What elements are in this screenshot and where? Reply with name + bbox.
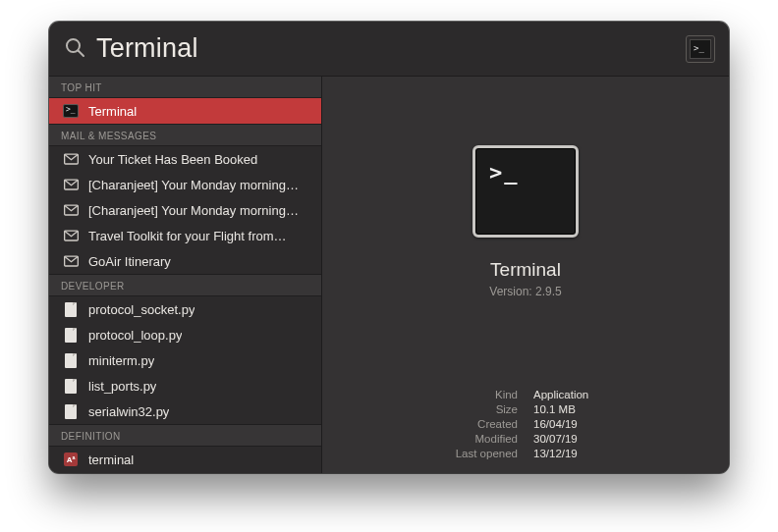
spotlight-body: TOP HIT >_ Terminal MAIL & MESSAGES Your… xyxy=(49,77,729,473)
search-icon xyxy=(63,35,86,63)
result-label: protocol_loop.py xyxy=(88,328,182,343)
preview-metadata: KindApplication Size10.1 MB Created16/04… xyxy=(322,389,729,459)
result-label: miniterm.py xyxy=(88,353,154,368)
mail-icon xyxy=(63,202,79,218)
meta-val-created: 16/04/19 xyxy=(533,418,707,430)
terminal-icon: >_ xyxy=(63,103,79,119)
meta-val-modified: 30/07/19 xyxy=(533,433,707,445)
result-label: protocol_socket.py xyxy=(88,302,194,317)
result-mail-item[interactable]: [Charanjeet] Your Monday morning… xyxy=(49,197,321,223)
section-header-top-hit: TOP HIT xyxy=(49,77,321,98)
result-mail-item[interactable]: [Charanjeet] Your Monday morning… xyxy=(49,172,321,197)
document-icon xyxy=(63,403,79,419)
mail-icon xyxy=(63,228,79,243)
results-list: TOP HIT >_ Terminal MAIL & MESSAGES Your… xyxy=(49,77,322,473)
svg-line-1 xyxy=(79,50,84,56)
document-icon xyxy=(63,301,79,317)
preview-app-name: Terminal xyxy=(490,259,561,281)
terminal-app-icon: >_ xyxy=(472,145,579,238)
mail-icon xyxy=(63,253,79,269)
meta-val-kind: Application xyxy=(533,389,707,400)
mail-icon xyxy=(63,177,79,192)
result-label: list_ports.py xyxy=(88,379,156,394)
result-label: [Charanjeet] Your Monday morning… xyxy=(88,178,299,192)
preview-panel: >_ Terminal Version: 2.9.5 KindApplicati… xyxy=(322,77,729,473)
result-developer-item[interactable]: list_ports.py xyxy=(49,373,321,399)
result-label: terminal xyxy=(88,452,134,467)
result-label: Terminal xyxy=(88,104,137,119)
result-definition-item[interactable]: Aª terminal xyxy=(49,447,321,472)
meta-key-opened: Last opened xyxy=(344,448,518,459)
result-label: Your Ticket Has Been Booked xyxy=(88,152,257,167)
meta-key-size: Size xyxy=(344,403,518,415)
document-icon xyxy=(63,327,79,343)
result-mail-item[interactable]: Your Ticket Has Been Booked xyxy=(49,146,321,172)
result-developer-item[interactable]: protocol_socket.py xyxy=(49,296,321,322)
search-bar: >_ xyxy=(49,22,729,77)
result-type-icon: >_ xyxy=(686,35,715,63)
result-developer-item[interactable]: protocol_loop.py xyxy=(49,322,321,347)
result-label: Travel Toolkit for your Flight from… xyxy=(88,229,287,243)
document-icon xyxy=(63,378,79,394)
terminal-prompt-glyph: >_ xyxy=(489,160,520,185)
search-input[interactable] xyxy=(96,33,676,64)
spotlight-window: >_ TOP HIT >_ Terminal MAIL & MESSAGES Y… xyxy=(49,22,729,473)
meta-key-kind: Kind xyxy=(344,389,518,400)
meta-val-opened: 13/12/19 xyxy=(533,448,707,459)
result-developer-item[interactable]: miniterm.py xyxy=(49,347,321,373)
dictionary-icon: Aª xyxy=(63,452,79,467)
meta-val-size: 10.1 MB xyxy=(533,403,707,415)
meta-key-modified: Modified xyxy=(344,433,518,445)
document-icon xyxy=(63,352,79,368)
section-header-developer: DEVELOPER xyxy=(49,274,321,296)
result-developer-item[interactable]: serialwin32.py xyxy=(49,399,321,424)
mail-icon xyxy=(63,151,79,167)
terminal-icon: >_ xyxy=(690,39,711,59)
preview-app-version: Version: 2.9.5 xyxy=(489,285,561,298)
result-label: [Charanjeet] Your Monday morning… xyxy=(88,203,299,218)
result-label: GoAir Itinerary xyxy=(88,254,171,269)
section-header-mail: MAIL & MESSAGES xyxy=(49,124,321,146)
section-header-definition: DEFINITION xyxy=(49,424,321,447)
result-mail-item[interactable]: Travel Toolkit for your Flight from… xyxy=(49,223,321,248)
result-top-hit-terminal[interactable]: >_ Terminal xyxy=(49,98,321,124)
result-label: serialwin32.py xyxy=(88,404,169,419)
result-mail-item[interactable]: GoAir Itinerary xyxy=(49,248,321,274)
meta-key-created: Created xyxy=(344,418,518,430)
